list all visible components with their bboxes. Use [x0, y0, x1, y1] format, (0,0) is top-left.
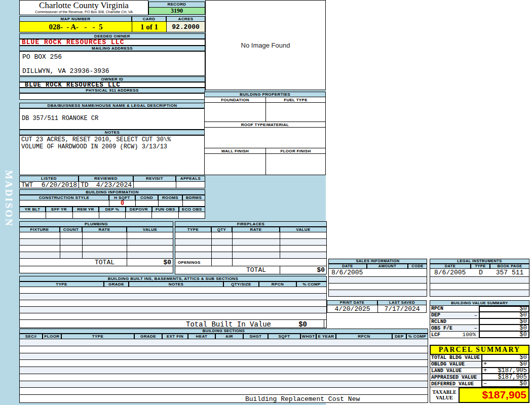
- empty-cell: [233, 246, 280, 252]
- empty-cell: [280, 259, 326, 266]
- built-ins-col-qty-size: QTY/SIZE: [223, 281, 259, 287]
- empty-cell: [224, 300, 259, 306]
- empty-cell: [20, 287, 104, 293]
- page-title: Charlotte County Virginia: [20, 1, 148, 10]
- plumbing-row: [20, 239, 173, 246]
- building-information: BUILDING INFORMATION CONSTRUCTION STYLE …: [19, 189, 205, 219]
- empty-cell: [104, 313, 129, 319]
- empty-cell: [297, 294, 326, 300]
- empty-cell: [73, 212, 99, 218]
- empty-cell: [20, 300, 104, 306]
- built-ins-col-grade: GRADE: [104, 281, 129, 287]
- empty-cell: [259, 294, 297, 300]
- built-ins-row: [20, 294, 326, 300]
- empty-cell: [99, 212, 126, 218]
- empty-cell: [175, 239, 212, 245]
- plumbing-total-value: $0: [127, 259, 173, 266]
- empty-cell: [127, 232, 173, 238]
- empty-cell: [212, 246, 233, 252]
- built-ins-table: BUILDING BUILT INS, BASEMENTS, ATTICS & …: [19, 276, 327, 328]
- mailing-address-box: PO BOX 256 DILLWYN, VA 23936-3936: [19, 51, 205, 76]
- empty-cell: [83, 239, 127, 245]
- foundation-header: FOUNDATION: [205, 97, 266, 102]
- last-saved-value: 7/17/2024: [378, 305, 426, 312]
- map-card-acres-table: MAP NUMBER CARD ACRES 028- - A- - - 5 1 …: [19, 16, 205, 32]
- sales-col-date: DATE: [328, 264, 367, 269]
- empty-cell: [233, 259, 280, 266]
- empty-cell: [60, 239, 83, 245]
- parcel-row-appraised: APPRAISED VALUE $187,905: [430, 374, 529, 381]
- roof-header: ROOF TYPE/MATERIAL: [204, 122, 326, 128]
- sidebar-watermark: MADISON: [3, 170, 14, 227]
- empty-cell: [104, 294, 129, 300]
- building-sections-title: BUILDING SECTIONS: [19, 329, 428, 334]
- empty-cell: [126, 212, 152, 218]
- plumbing-col-value: VALUE: [127, 227, 173, 232]
- empty-cell: [259, 287, 297, 293]
- empty-cell: [20, 252, 60, 258]
- empty-cell: [297, 313, 326, 319]
- built-ins-col-notes: NOTES: [129, 281, 223, 287]
- bvs-label: RCLND: [430, 319, 446, 325]
- empty-cell: [127, 246, 173, 252]
- listed-date: 6/20/2018: [42, 182, 77, 188]
- building-properties-table: BUILDING PROPERTIES FOUNDATION FUEL TYPE…: [204, 92, 326, 175]
- fireplaces-col-type: TYPE: [175, 227, 211, 232]
- dba-value-box: DB 357/511 ROANOKE CR: [19, 108, 205, 130]
- building-replacement-cost-label: Building Replacement Cost New: [245, 395, 360, 403]
- bvs-op: –: [474, 312, 479, 318]
- empty-cell: [175, 252, 212, 258]
- empty-cell: [175, 232, 212, 238]
- bvs-row-dep: DEP – $0: [430, 312, 529, 319]
- empty-cell: [20, 212, 46, 218]
- empty-cell: [104, 287, 129, 293]
- plumbing-col-rate: RATE: [82, 227, 127, 232]
- floor-finish-header: FLOOR FINISH: [266, 148, 325, 153]
- empty-cell: [224, 294, 259, 300]
- built-ins-row: [20, 313, 326, 320]
- built-ins-col-comp: % COMP: [296, 281, 327, 287]
- empty-cell: [224, 307, 259, 313]
- empty-cell: [129, 313, 224, 319]
- empty-cell: [129, 300, 224, 306]
- empty-cell: [127, 252, 173, 258]
- eff-yr-header: EFF YR: [46, 207, 72, 212]
- sale-code-value: [408, 269, 427, 276]
- roof-value: [204, 128, 326, 148]
- building-sections-table: BUILDING SECTIONS SEC# FLOOR TYPE GRADE …: [19, 329, 428, 403]
- empty-cell: [233, 232, 280, 238]
- taxable-row: TAXABLE VALUE $187,905: [430, 387, 529, 403]
- bs-col-dep: DEP: [392, 334, 406, 339]
- bs-col-whgt: WHGT: [300, 334, 316, 339]
- notes-line: CUT 23 ACRES, RESET 2010, SELECT CUT 30\…: [21, 136, 205, 143]
- bs-col-type: TYPE: [61, 334, 134, 339]
- empty-cell: [233, 239, 280, 245]
- bvs-op: –: [474, 325, 479, 331]
- empty-cell: [20, 307, 104, 313]
- last-saved-header: LAST SAVED: [377, 300, 427, 305]
- county-subtitle: Commissioner of the Revenue, PO Box 308,…: [20, 10, 148, 14]
- foundation-value: [205, 103, 266, 122]
- building-properties-title: BUILDING PROPERTIES: [204, 92, 326, 97]
- parcel-summary: PARCEL SUMMARY TOTAL BLDG VALUE $0 OBLDG…: [430, 345, 529, 403]
- bvs-row-rclnd: RCLND $0: [430, 319, 529, 326]
- legal-instruments-title: LEGAL INSTRUMENTS: [430, 259, 529, 264]
- empty-cell: [259, 300, 297, 306]
- bvs-row-lcf: LCF 100% $0: [430, 332, 529, 338]
- yr-blt-header: YR BLT: [19, 207, 46, 212]
- notes-header: NOTES: [19, 130, 205, 135]
- mailing-address-header: MAILING ADDRESS: [19, 46, 205, 51]
- parcel-value: $0: [520, 380, 528, 387]
- parcel-op: –: [482, 380, 487, 387]
- empty-cell: [20, 239, 60, 245]
- reviewed-header: REVIEWED: [79, 176, 133, 182]
- cond-header: COND: [135, 195, 158, 200]
- empty-cell: [280, 252, 326, 258]
- sales-row: [329, 284, 427, 290]
- empty-cell: [129, 287, 224, 293]
- empty-cell: [212, 232, 233, 238]
- fireplaces-col-value: VALUE: [280, 227, 327, 232]
- taxable-value-label: TAXABLE VALUE: [430, 387, 459, 403]
- sale-amount-value: [367, 269, 408, 276]
- fireplaces-row: [175, 246, 326, 252]
